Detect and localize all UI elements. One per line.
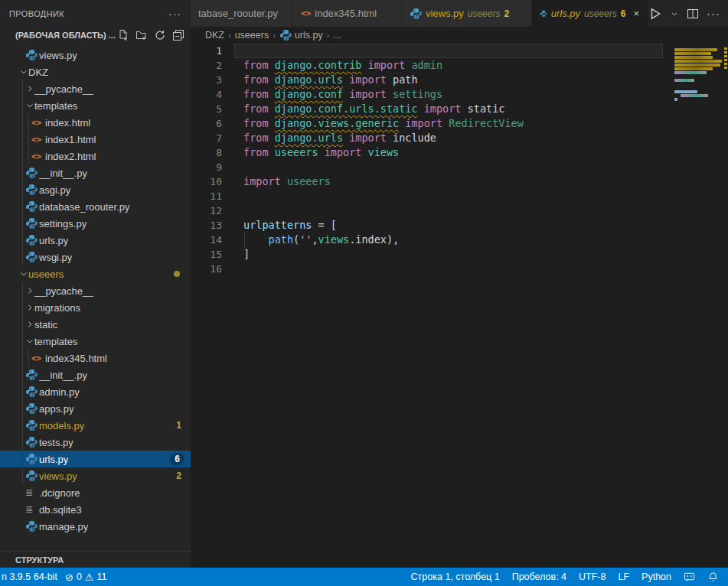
tab-index345-html[interactable]: <>index345.html: [293, 0, 402, 27]
new-folder-button[interactable]: [135, 29, 148, 41]
minimap[interactable]: [673, 43, 723, 135]
code-line-1[interactable]: 1: [191, 44, 728, 58]
tree-item-label: __init__.py: [39, 370, 87, 381]
warning-ruler-mark: [724, 63, 727, 65]
warning-ruler-mark: [724, 51, 727, 54]
tree-item--pycache-[interactable]: __pycache__: [0, 80, 191, 97]
tree-item--init-py[interactable]: __init__.py: [0, 366, 191, 383]
tree-item-tests-py[interactable]: tests.py: [0, 434, 191, 451]
code-editor[interactable]: 12from django.contrib import admin3from …: [191, 43, 728, 568]
minimap-line: [674, 60, 722, 63]
status-cursor-position[interactable]: Строка 1, столбец 1: [411, 571, 500, 582]
more-actions-button[interactable]: ···: [707, 7, 720, 20]
chevD-icon: [25, 336, 34, 347]
tree-item-database-roouter-py[interactable]: database_roouter.py: [0, 198, 191, 215]
code-line-6[interactable]: 6from django.views.generic import Redire…: [191, 116, 728, 131]
overview-ruler[interactable]: [723, 43, 728, 568]
tab-views-py[interactable]: views.pyuseeers2: [402, 0, 532, 27]
refresh-button[interactable]: [154, 29, 166, 41]
breadcrumb-item-dkz[interactable]: DKZ: [205, 30, 224, 41]
tree-item-dkz[interactable]: DKZ: [0, 63, 191, 80]
explorer-more-actions-icon[interactable]: ···: [168, 8, 181, 20]
py-icon: [25, 436, 38, 448]
tree-item-models-py[interactable]: models.py1: [0, 417, 191, 434]
tree-item--init-py[interactable]: __init__.py: [0, 164, 191, 181]
code-line-16[interactable]: 16: [191, 262, 728, 276]
tree-item-manage-py[interactable]: manage.py: [0, 518, 191, 535]
tree-item-label: .dcignore: [39, 487, 80, 499]
tree-item-templates[interactable]: templates: [0, 333, 191, 350]
code-token: import: [243, 175, 281, 187]
tree-item-wsgi-py[interactable]: wsgi.py: [0, 249, 191, 265]
tree-item-apps-py[interactable]: apps.py: [0, 400, 191, 417]
tree-item-urls-py[interactable]: urls.py: [0, 232, 191, 249]
explorer-action-icons: [117, 29, 184, 41]
tree-item-static[interactable]: static: [0, 316, 191, 333]
code-token: views: [318, 233, 350, 246]
python-interpreter-status[interactable]: n 3.9.5 64-bit: [2, 571, 57, 582]
code-line-14[interactable]: 14 path('',views.index),: [191, 233, 728, 247]
minimap-line: [674, 67, 713, 70]
code-line-5[interactable]: 5from django.conf.urls.static import sta…: [191, 102, 728, 116]
split-editor-button[interactable]: [687, 8, 699, 20]
chevR-icon: [25, 285, 34, 296]
code-line-11[interactable]: 11: [191, 189, 728, 203]
close-icon[interactable]: ×: [633, 8, 641, 19]
tree-item-label: urls.py: [39, 454, 68, 465]
minimap-line: [674, 98, 677, 101]
tree-item-label: templates: [34, 100, 77, 112]
tree-item-admin-py[interactable]: admin.py: [0, 383, 191, 400]
code-token: [361, 59, 367, 71]
status-indentation[interactable]: Пробелов: 4: [512, 571, 566, 582]
outline-section-header[interactable]: СТРУКТУРА: [0, 551, 191, 568]
status-eol[interactable]: LF: [618, 571, 629, 582]
collapse-all-button[interactable]: [172, 29, 184, 41]
breadcrumb-item-useeers[interactable]: useeers: [235, 30, 269, 41]
code-line-13[interactable]: 13urlpatterns = [: [191, 218, 728, 233]
run-button[interactable]: [648, 7, 662, 21]
warning-icon: ⚠: [85, 571, 94, 583]
py-icon: [25, 167, 38, 179]
bell-button[interactable]: [707, 571, 719, 583]
code-token: import: [349, 73, 387, 86]
code-line-7[interactable]: 7from django.urls import include: [191, 131, 728, 145]
code-line-10[interactable]: 10import useeers: [191, 174, 728, 189]
code-line-8[interactable]: 8from useeers import views: [191, 145, 728, 160]
line-number: 8: [191, 145, 222, 160]
run-dropdown[interactable]: [670, 9, 679, 18]
code-line-4[interactable]: 4from django.conf import settings: [191, 87, 728, 102]
code-line-2[interactable]: 2from django.contrib import admin: [191, 58, 728, 73]
tree-item-views-py[interactable]: views.py: [0, 47, 191, 63]
tree-item-views-py[interactable]: views.py2: [0, 467, 191, 484]
code-token: static: [462, 103, 505, 115]
tree-item-useeers[interactable]: useeers: [0, 265, 191, 282]
code-token: from: [243, 103, 275, 115]
code-line-3[interactable]: 3from django.urls import path: [191, 73, 728, 87]
code-line-15[interactable]: 15]: [191, 247, 728, 262]
tree-item-migrations[interactable]: migrations: [0, 299, 191, 316]
breadcrumb-item-urls-py[interactable]: urls.py: [279, 29, 323, 41]
tab-urls-py[interactable]: urls.pyuseeers6×: [532, 0, 648, 27]
code-content: 12from django.contrib import admin3from …: [191, 44, 728, 276]
breadcrumb-item--[interactable]: ...: [333, 30, 341, 41]
tree-item-templates[interactable]: templates: [0, 97, 191, 114]
tree-item-db-sqlite3[interactable]: ≣db.sqlite3: [0, 501, 191, 518]
problems-status[interactable]: ⊘ 0 ⚠ 11: [65, 571, 107, 583]
tree-item--dcignore[interactable]: ≣.dcignore: [0, 484, 191, 501]
feedback-button[interactable]: [684, 571, 695, 583]
code-line-12[interactable]: 12: [191, 203, 728, 218]
tree-item-urls-py[interactable]: urls.py6: [0, 451, 191, 467]
tree-item-label: asgi.py: [39, 184, 70, 196]
status-encoding[interactable]: UTF-8: [579, 571, 606, 582]
py-icon: [25, 217, 38, 230]
tab-tabase-roouter-py[interactable]: tabase_roouter.py: [191, 0, 293, 27]
status-language-mode[interactable]: Python: [641, 571, 671, 582]
chevR-icon: [25, 83, 34, 94]
tree-item--pycache-[interactable]: __pycache__: [0, 282, 191, 299]
tree-item-settings-py[interactable]: settings.py: [0, 215, 191, 232]
workspace-section-header[interactable]: (РАБОЧАЯ ОБЛАСТЬ) ...: [0, 27, 191, 44]
status-bar-right: Строка 1, столбец 1Пробелов: 4UTF-8LFPyt…: [411, 571, 728, 583]
new-file-button[interactable]: [117, 29, 129, 41]
tree-item-asgi-py[interactable]: asgi.py: [0, 181, 191, 198]
code-line-9[interactable]: 9: [191, 160, 728, 174]
